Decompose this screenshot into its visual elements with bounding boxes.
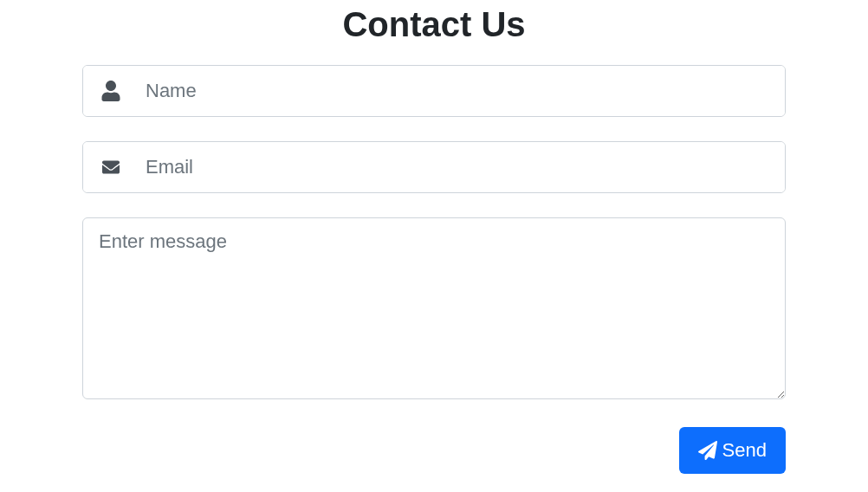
paper-plane-icon — [698, 441, 717, 460]
email-input[interactable] — [139, 142, 785, 192]
envelope-icon — [83, 142, 139, 192]
contact-form-container: Contact Us Send — [79, 5, 789, 474]
email-input-group — [82, 141, 786, 193]
page-title: Contact Us — [82, 5, 786, 44]
button-row: Send — [82, 427, 786, 474]
message-textarea[interactable] — [82, 217, 786, 399]
send-button[interactable]: Send — [679, 427, 786, 474]
send-button-label: Send — [722, 439, 767, 462]
message-textarea-wrap — [82, 217, 786, 403]
user-icon — [83, 66, 139, 116]
name-input[interactable] — [139, 66, 785, 116]
name-input-group — [82, 65, 786, 117]
